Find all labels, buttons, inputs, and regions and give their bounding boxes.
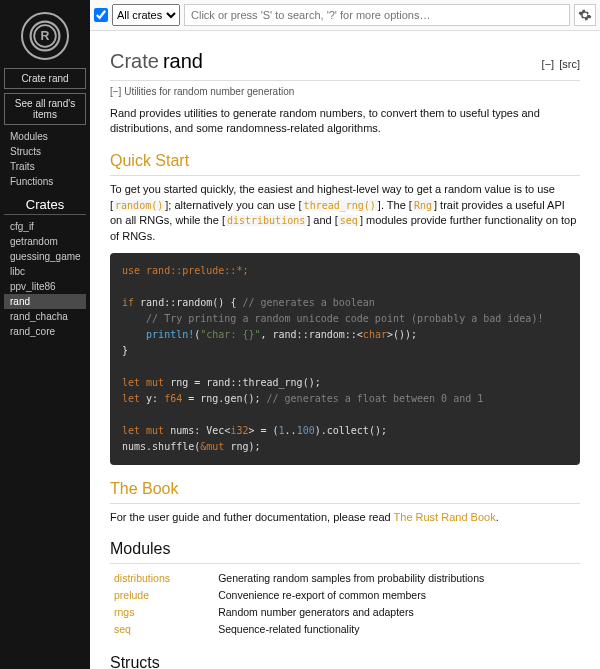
collapse-toggle[interactable]: [−]	[542, 58, 555, 70]
code-example: use rand::prelude::*; if rand::random() …	[110, 253, 580, 465]
settings-button[interactable]	[574, 4, 596, 26]
crates-heading: Crates	[4, 197, 86, 215]
crate-rand[interactable]: rand	[4, 294, 86, 309]
nav-modules[interactable]: Modules	[4, 129, 86, 144]
crate-cfg_if[interactable]: cfg_if	[4, 219, 86, 234]
all-items-button[interactable]: See all rand's items	[4, 93, 86, 125]
structs-heading: Structs	[110, 651, 580, 670]
book-heading: The Book	[110, 477, 580, 503]
rust-logo-icon: R	[27, 18, 63, 54]
book-link[interactable]: The Rust Rand Book	[394, 511, 496, 523]
table-row: rngsRandom number generators and adapter…	[110, 604, 580, 621]
crate-button[interactable]: Crate rand	[4, 68, 86, 89]
rust-logo: R	[21, 12, 69, 60]
mod-prelude[interactable]: prelude	[114, 589, 149, 601]
link-thread_rng[interactable]: thread_rng()	[304, 200, 376, 211]
crates-list: cfg_if getrandom guessing_game libc ppv_…	[4, 219, 86, 339]
mod-distributions[interactable]: distributions	[114, 572, 170, 584]
nav-functions[interactable]: Functions	[4, 174, 86, 189]
crate-rand_core[interactable]: rand_core	[4, 324, 86, 339]
modules-table: distributionsGenerating random samples f…	[110, 570, 580, 639]
crate-libc[interactable]: libc	[4, 264, 86, 279]
table-row: distributionsGenerating random samples f…	[110, 570, 580, 587]
nav-traits[interactable]: Traits	[4, 159, 86, 174]
section-nav: Modules Structs Traits Functions	[4, 129, 86, 189]
link-random[interactable]: random()	[115, 200, 163, 211]
search-input[interactable]	[184, 4, 570, 26]
mod-seq[interactable]: seq	[114, 623, 131, 635]
nav-structs[interactable]: Structs	[4, 144, 86, 159]
crate-label: Crate	[110, 50, 159, 72]
table-row: seqSequence-related functionality	[110, 621, 580, 638]
crate-ppv_lite86[interactable]: ppv_lite86	[4, 279, 86, 294]
modules-heading: Modules	[110, 537, 580, 563]
page-title: Craterand [−] [src]	[110, 47, 580, 81]
quick-start-text: To get you started quickly, the easiest …	[110, 182, 580, 246]
intro-text: Rand provides utilities to generate rand…	[110, 106, 580, 138]
table-row: preludeConvenience re-export of common m…	[110, 587, 580, 604]
link-seq[interactable]: seq	[340, 215, 358, 226]
link-distributions[interactable]: distributions	[227, 215, 305, 226]
quick-start-heading: Quick Start	[110, 149, 580, 175]
source-checkbox[interactable]	[94, 8, 108, 22]
book-text: For the user guide and futher documentat…	[110, 510, 580, 526]
crate-guessing_game[interactable]: guessing_game	[4, 249, 86, 264]
crate-getrandom[interactable]: getrandom	[4, 234, 86, 249]
gear-icon	[578, 8, 592, 22]
summary-toggle-line[interactable]: [−] Utilities for random number generati…	[110, 85, 580, 100]
crate-rand_chacha[interactable]: rand_chacha	[4, 309, 86, 324]
src-link[interactable]: [src]	[559, 58, 580, 70]
mod-rngs[interactable]: rngs	[114, 606, 134, 618]
crate-scope-select[interactable]: All crates	[112, 4, 180, 26]
svg-text:R: R	[41, 29, 50, 43]
crate-name: rand	[163, 50, 203, 72]
link-rng-trait[interactable]: Rng	[414, 200, 432, 211]
